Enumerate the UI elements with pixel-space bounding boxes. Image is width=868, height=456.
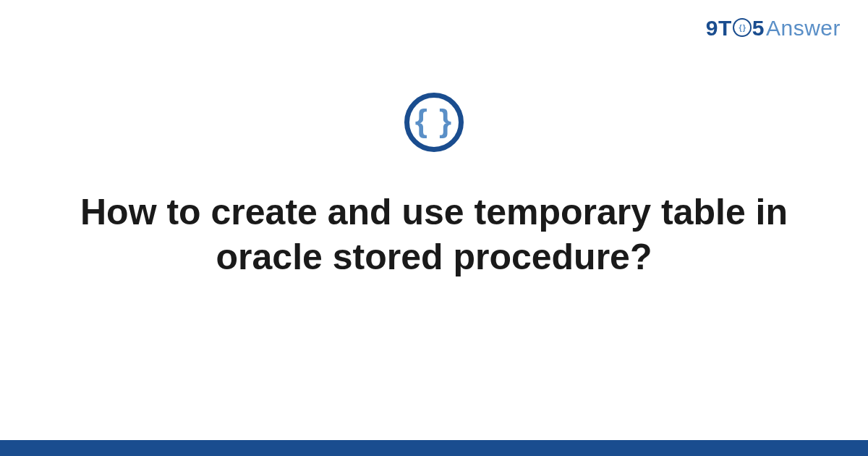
brand-word: Answer <box>766 16 841 41</box>
braces-glyph: { } <box>415 105 453 137</box>
code-braces-icon: { } <box>404 93 464 152</box>
brand-circle-icon: { } <box>733 18 752 37</box>
brand-suffix: 5 <box>752 16 765 41</box>
brand-prefix: 9T <box>706 16 732 41</box>
brand-circle-inner: { } <box>739 23 745 32</box>
footer-accent-bar <box>0 440 868 456</box>
page-title: How to create and use temporary table in… <box>51 190 817 279</box>
brand-logo: 9T { } 5 Answer <box>706 16 841 41</box>
